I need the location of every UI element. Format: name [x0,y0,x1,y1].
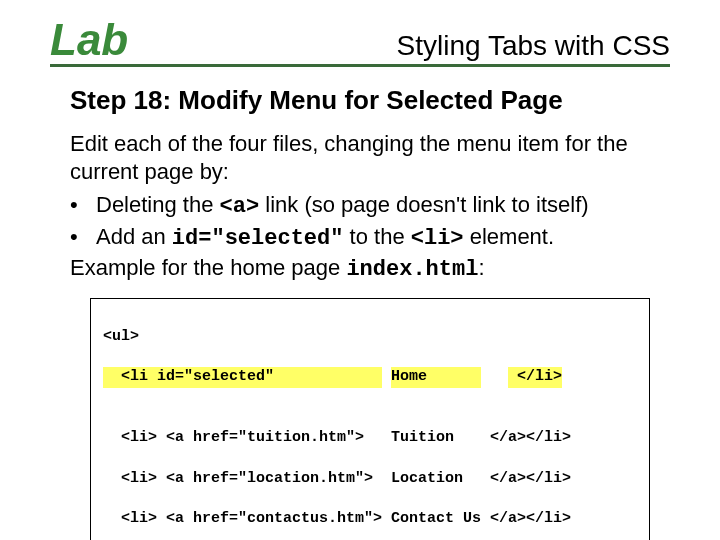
bullet-icon: • [70,223,96,253]
code-frag: </li> [508,368,562,385]
code-inline: index.html [346,257,478,282]
bullet-text: to the [343,224,410,249]
step-heading: Step 18: Modify Menu for Selected Page [70,85,670,116]
list-item: • Add an id="selected" to the <li> eleme… [70,223,660,253]
intro-text: Edit each of the four files, changing th… [70,130,660,185]
bullet-text: Add an [96,224,172,249]
code-inline: <a> [220,194,260,219]
slide: Lab Styling Tabs with CSS Step 18: Modif… [0,0,720,540]
example-text: : [478,255,484,280]
bullet-icon: • [70,191,96,221]
code-block: <ul> <li id="selected" Home </li> <li> <… [90,298,650,541]
bullet-text: element. [464,224,555,249]
bullet-content: Add an id="selected" to the <li> element… [96,223,554,253]
highlight: </li> [508,367,562,387]
highlight: <li id="selected" [103,367,382,387]
code-frag: Home [391,368,481,385]
example-text: Example for the home page [70,255,346,280]
page-title: Styling Tabs with CSS [397,30,670,62]
example-line: Example for the home page index.html: [70,254,660,284]
bullet-list: • Deleting the <a> link (so page doesn't… [70,191,660,252]
bullet-text: link (so page doesn't link to itself) [259,192,588,217]
lab-badge: Lab [50,18,128,62]
bullet-content: Deleting the <a> link (so page doesn't l… [96,191,589,221]
list-item: • Deleting the <a> link (so page doesn't… [70,191,660,221]
highlight: Home [391,367,481,387]
code-line: <ul> [103,327,637,347]
bullet-text: Deleting the [96,192,220,217]
code-line: <li> <a href="contactus.htm"> Contact Us… [103,509,637,529]
code-frag: <li id="selected" [103,368,382,385]
code-inline: id="selected" [172,226,344,251]
code-line-highlighted: <li id="selected" Home </li> [103,367,637,387]
body-text: Edit each of the four files, changing th… [70,130,660,284]
code-line: <li> <a href="tuition.htm"> Tuition </a>… [103,428,637,448]
code-line: <li> <a href="location.htm"> Location </… [103,469,637,489]
header: Lab Styling Tabs with CSS [50,18,670,67]
code-inline: <li> [411,226,464,251]
